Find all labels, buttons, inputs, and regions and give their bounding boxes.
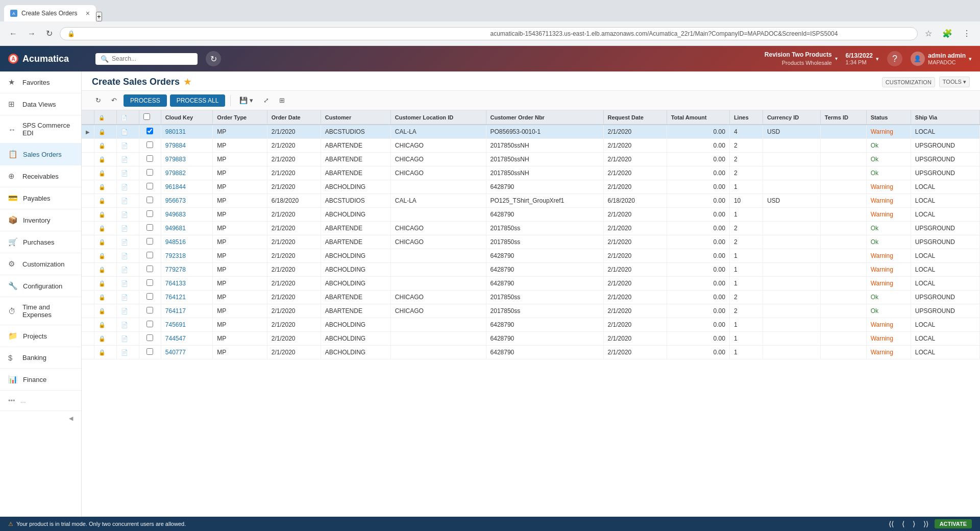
row-expand-cell[interactable] bbox=[82, 263, 94, 277]
cloud-key-link[interactable]: 979883 bbox=[165, 156, 186, 163]
row-checkbox-cell[interactable] bbox=[139, 222, 161, 235]
export-btn[interactable]: ⊞ bbox=[276, 94, 288, 107]
active-tab[interactable]: A Create Sales Orders × bbox=[4, 5, 96, 21]
col-lines[interactable]: Lines bbox=[729, 110, 763, 125]
row-checkbox[interactable] bbox=[146, 238, 153, 245]
cloud-key-link[interactable]: 764121 bbox=[165, 294, 186, 301]
reload-btn[interactable]: ↻ bbox=[43, 27, 56, 40]
sidebar-item-data-views[interactable]: ⊞ Data Views bbox=[0, 93, 81, 115]
sidebar-item-banking[interactable]: $ Banking bbox=[0, 347, 81, 369]
customization-btn[interactable]: CUSTOMIZATION bbox=[882, 77, 935, 87]
row-checkbox[interactable] bbox=[146, 321, 153, 327]
header-refresh-btn[interactable]: ↻ bbox=[206, 51, 221, 66]
user-menu[interactable]: 👤 admin admin MAPADOC ▾ bbox=[911, 52, 972, 66]
row-expand-cell[interactable] bbox=[82, 346, 94, 359]
cloud-key-link[interactable]: 779278 bbox=[165, 266, 186, 273]
row-checkbox[interactable] bbox=[146, 279, 153, 286]
save-dropdown-btn[interactable]: 💾 ▾ bbox=[236, 94, 257, 107]
search-box[interactable]: 🔍 bbox=[95, 53, 198, 65]
col-order-date[interactable]: Order Date bbox=[267, 110, 321, 125]
row-expand-cell[interactable] bbox=[82, 208, 94, 222]
row-checkbox-cell[interactable] bbox=[139, 166, 161, 180]
row-checkbox[interactable] bbox=[146, 169, 153, 176]
nav-next-btn[interactable]: ⟩ bbox=[911, 519, 917, 529]
new-tab-btn[interactable]: + bbox=[96, 12, 102, 21]
row-checkbox-cell[interactable] bbox=[139, 277, 161, 291]
back-btn[interactable]: ← bbox=[6, 27, 20, 40]
row-expand-cell[interactable] bbox=[82, 291, 94, 304]
datetime-selector[interactable]: 6/13/2022 1:34 PM ▾ bbox=[846, 52, 879, 65]
row-expand-cell[interactable] bbox=[82, 194, 94, 208]
row-checkbox-cell[interactable] bbox=[139, 180, 161, 194]
row-checkbox[interactable] bbox=[146, 210, 153, 217]
row-checkbox[interactable] bbox=[146, 348, 153, 355]
row-checkbox-cell[interactable] bbox=[139, 304, 161, 318]
row-checkbox[interactable] bbox=[146, 266, 153, 272]
col-selected[interactable] bbox=[139, 110, 161, 125]
cloud-key-link[interactable]: 948516 bbox=[165, 238, 186, 246]
sidebar-item-configuration[interactable]: 🔧 Configuration bbox=[0, 275, 81, 297]
col-customer-order-nbr[interactable]: Customer Order Nbr bbox=[486, 110, 603, 125]
cloud-key-link[interactable]: 980131 bbox=[165, 128, 186, 135]
refresh-btn[interactable]: ↻ bbox=[92, 94, 105, 107]
row-expand-cell[interactable] bbox=[82, 318, 94, 332]
cloud-key-link[interactable]: 792318 bbox=[165, 252, 186, 259]
row-checkbox[interactable] bbox=[146, 293, 153, 300]
row-expand-cell[interactable] bbox=[82, 304, 94, 318]
row-checkbox-cell[interactable] bbox=[139, 332, 161, 346]
col-terms-id[interactable]: Terms ID bbox=[820, 110, 866, 125]
row-checkbox[interactable] bbox=[146, 183, 153, 189]
sidebar-item-receivables[interactable]: ⊕ Receivables bbox=[0, 165, 81, 187]
row-expand-cell[interactable] bbox=[82, 139, 94, 153]
col-currency-id[interactable]: Currency ID bbox=[763, 110, 820, 125]
expand-arrow-icon[interactable]: ▶ bbox=[86, 129, 90, 135]
col-ship-via[interactable]: Ship Via bbox=[911, 110, 979, 125]
row-expand-cell[interactable] bbox=[82, 332, 94, 346]
row-checkbox-cell[interactable] bbox=[139, 346, 161, 359]
sidebar-item-inventory[interactable]: 📦 Inventory bbox=[0, 209, 81, 231]
cloud-key-link[interactable]: 979884 bbox=[165, 142, 186, 149]
col-cloud-key[interactable]: Cloud Key bbox=[161, 110, 213, 125]
cloud-key-link[interactable]: 745691 bbox=[165, 321, 186, 328]
cloud-key-link[interactable]: 764117 bbox=[165, 307, 186, 315]
sidebar-item-more[interactable]: ••• ... bbox=[0, 391, 81, 411]
tools-btn[interactable]: TOOLS ▾ bbox=[939, 77, 970, 87]
row-expand-cell[interactable] bbox=[82, 166, 94, 180]
address-bar[interactable]: 🔒 acumaticaib-15436711323.us-east-1.elb.… bbox=[60, 27, 918, 40]
bookmark-btn[interactable]: ☆ bbox=[922, 27, 935, 40]
select-all-checkbox[interactable] bbox=[143, 113, 150, 120]
row-expand-cell[interactable] bbox=[82, 277, 94, 291]
row-checkbox-cell[interactable] bbox=[139, 153, 161, 166]
row-checkbox-cell[interactable] bbox=[139, 291, 161, 304]
cloud-key-link[interactable]: 949683 bbox=[165, 211, 186, 218]
process-all-btn[interactable]: PROCESS ALL bbox=[170, 94, 226, 107]
row-expand-cell[interactable] bbox=[82, 180, 94, 194]
cloud-key-link[interactable]: 979882 bbox=[165, 170, 186, 177]
col-customer[interactable]: Customer bbox=[321, 110, 390, 125]
row-expand-cell[interactable] bbox=[82, 235, 94, 249]
col-customer-location[interactable]: Customer Location ID bbox=[390, 110, 486, 125]
row-checkbox[interactable] bbox=[146, 128, 153, 134]
sidebar-item-time-expenses[interactable]: ⏱ Time and Expenses bbox=[0, 297, 81, 325]
process-btn[interactable]: PROCESS bbox=[124, 94, 167, 107]
col-status[interactable]: Status bbox=[866, 110, 911, 125]
menu-btn[interactable]: ⋮ bbox=[960, 27, 974, 40]
row-checkbox[interactable] bbox=[146, 252, 153, 258]
sidebar-item-payables[interactable]: 💳 Payables bbox=[0, 187, 81, 209]
sidebar-item-purchases[interactable]: 🛒 Purchases bbox=[0, 231, 81, 253]
cloud-key-link[interactable]: 949681 bbox=[165, 225, 186, 232]
row-checkbox[interactable] bbox=[146, 334, 153, 341]
sidebar-item-sales-orders[interactable]: 📋 Sales Orders bbox=[0, 143, 81, 165]
tab-close-btn[interactable]: × bbox=[86, 9, 90, 17]
row-checkbox-cell[interactable] bbox=[139, 139, 161, 153]
row-checkbox[interactable] bbox=[146, 155, 153, 162]
row-checkbox-cell[interactable] bbox=[139, 208, 161, 222]
sidebar-item-projects[interactable]: 📁 Projects bbox=[0, 325, 81, 347]
row-checkbox[interactable] bbox=[146, 224, 153, 231]
cloud-key-link[interactable]: 956673 bbox=[165, 197, 186, 204]
col-total-amount[interactable]: Total Amount bbox=[667, 110, 729, 125]
activate-btn[interactable]: ACTIVATE bbox=[935, 519, 972, 528]
favorite-star-icon[interactable]: ★ bbox=[184, 77, 191, 87]
fit-columns-btn[interactable]: ⤢ bbox=[260, 94, 273, 107]
sidebar-item-favorites[interactable]: ★ Favorites bbox=[0, 71, 81, 93]
